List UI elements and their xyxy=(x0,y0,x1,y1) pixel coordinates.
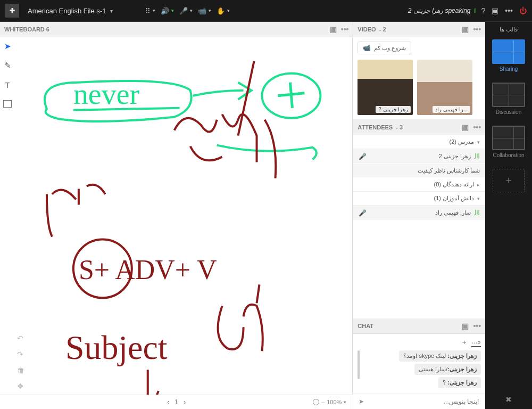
attendees-list: ▾مدرس (2) 川زهرا جزینی 2🎤 شما کارشناس ناظ… xyxy=(353,135,485,220)
video-label-2: ...را فهیمی راد xyxy=(433,106,470,113)
video-label-1: زهرا جزینی 2 xyxy=(376,106,411,113)
layout-label: Sharing xyxy=(500,66,518,72)
layout-discussion[interactable] xyxy=(492,83,525,107)
whiteboard-title: WHITEBOARD 6 xyxy=(4,26,49,32)
help-icon[interactable]: ? xyxy=(481,6,485,15)
svg-text:never: never xyxy=(73,77,140,110)
fullscreen-icon[interactable]: ▣ xyxy=(492,6,498,15)
svg-text:S+ ADV+ V: S+ ADV+ V xyxy=(79,255,217,285)
speaking-status: زهرا جزینی 2 speaking xyxy=(408,7,471,14)
video-max-icon[interactable]: ▣ xyxy=(462,25,469,34)
layout-label: Discussion xyxy=(496,109,521,115)
video-count: - 2 xyxy=(379,26,386,32)
undo-icon[interactable]: ↶ xyxy=(17,334,24,342)
chat-add-tab[interactable]: + xyxy=(462,338,467,346)
chat-more-icon[interactable]: ••• xyxy=(473,322,481,330)
raise-hand-button[interactable]: ✋▾ xyxy=(217,7,230,15)
redo-icon[interactable]: ↷ xyxy=(17,350,24,358)
chat-max-icon[interactable]: ▣ xyxy=(462,322,469,330)
hosts-group[interactable]: ▾مدرس (2) xyxy=(353,135,485,149)
tools-icon[interactable]: ✖ xyxy=(505,395,512,404)
attendees-max-icon[interactable]: ▣ xyxy=(462,123,469,132)
participants-group[interactable]: ▾دانش آموزان (1) xyxy=(353,192,485,206)
chat-input[interactable] xyxy=(369,397,480,406)
mic-button[interactable]: 🎤▾ xyxy=(179,7,193,15)
layout-label: Collaboration xyxy=(493,152,525,158)
send-icon[interactable]: ➤ xyxy=(359,398,364,405)
chevron-down-icon[interactable]: ▾ xyxy=(110,8,113,14)
video-more-icon[interactable]: ••• xyxy=(473,25,481,34)
layouts-sidebar: قالب ها Sharing Discussion Collaboration… xyxy=(485,22,532,409)
chat-message: زهرا جزینی: ؟ xyxy=(438,377,481,388)
attendees-count: - 3 xyxy=(396,124,403,130)
next-page-icon[interactable]: › xyxy=(184,398,186,406)
add-layout-button[interactable]: + xyxy=(493,169,525,192)
pen-tool[interactable]: ✎ xyxy=(3,61,12,70)
attendees-title: ATTENDEES xyxy=(358,124,393,130)
video-tile-2[interactable]: ...را فهیمی راد xyxy=(417,60,472,115)
mic-icon: 🎤 xyxy=(359,153,367,160)
chat-message: زهرا جزینی:/سارا هستی xyxy=(414,364,481,375)
attendees-header: ATTENDEES - 3 ▣ ••• xyxy=(353,120,485,135)
attendee-item[interactable]: شما کارشناس ناظر کیفیت xyxy=(353,164,485,178)
trash-icon[interactable]: 🗑 xyxy=(17,366,24,374)
layout-collaboration[interactable] xyxy=(492,126,525,150)
attendee-item[interactable]: 川سارا فهیمی راد🎤 xyxy=(353,206,485,220)
pod-more-icon[interactable]: ••• xyxy=(341,25,349,34)
grid-menu-button[interactable]: ⠿▾ xyxy=(145,7,155,15)
zoom-color-icon[interactable] xyxy=(313,399,319,405)
speaker-button[interactable]: 🔊▾ xyxy=(161,7,174,15)
presenters-group[interactable]: ▸ارائه دهندگان (0) xyxy=(353,178,485,192)
maximize-icon[interactable]: ▣ xyxy=(330,25,337,34)
video-tile-1[interactable]: زهرا جزینی 2 xyxy=(358,60,413,115)
end-meeting-icon[interactable]: ⏻ xyxy=(519,6,527,15)
chat-tab-everyone[interactable]: ه... xyxy=(471,337,481,347)
text-tool[interactable]: T xyxy=(3,80,12,89)
whiteboard-header: WHITEBOARD 6 ▣ ••• xyxy=(0,22,353,37)
app-logo[interactable]: ✚ xyxy=(5,4,19,18)
camera-icon: 📹 xyxy=(363,44,371,52)
attendee-item[interactable]: 川زهرا جزینی 2🎤 xyxy=(353,149,485,164)
chat-message: زهرا جزینی: لینک skype اومد؟ xyxy=(399,350,481,362)
mic-icon: 🎤 xyxy=(359,209,367,217)
shape-tool[interactable] xyxy=(3,99,12,109)
whiteboard-canvas[interactable]: never xyxy=(15,37,353,395)
page-number: 1 xyxy=(174,398,178,406)
more-icon[interactable]: ••• xyxy=(505,6,513,15)
prev-page-icon[interactable]: ‹ xyxy=(167,398,169,406)
signal-icon: ıl xyxy=(473,7,475,14)
layers-icon[interactable]: ❖ xyxy=(17,382,24,390)
chat-scrollbar[interactable] xyxy=(358,350,360,379)
whiteboard-toolbar: ➤ ✎ T xyxy=(0,37,15,395)
whiteboard-footer: ‹ 1 › – 100% ▾ xyxy=(0,395,353,409)
layouts-title: قالب ها xyxy=(500,26,518,33)
svg-text:Subject: Subject xyxy=(65,329,168,366)
chat-title: CHAT xyxy=(358,323,373,329)
whiteboard-pod: WHITEBOARD 6 ▣ ••• ➤ ✎ T never xyxy=(0,22,353,409)
pointer-tool[interactable]: ➤ xyxy=(3,42,12,51)
start-webcam-button[interactable]: شروع وب کم 📹 xyxy=(358,42,411,54)
room-title[interactable]: American English File s-1 xyxy=(28,7,106,15)
top-bar: ✚ American English File s-1 ▾ ⠿▾ 🔊▾ 🎤▾ 📹… xyxy=(0,0,532,21)
camera-button[interactable]: 📹▾ xyxy=(198,7,211,15)
attendees-more-icon[interactable]: ••• xyxy=(473,123,481,132)
zoom-level: 100% xyxy=(327,399,342,405)
video-header: VIDEO - 2 ▣ ••• xyxy=(353,22,485,37)
layout-sharing[interactable] xyxy=(492,39,525,64)
chat-header: CHAT ▣ ••• xyxy=(353,318,485,334)
video-title: VIDEO xyxy=(358,26,376,32)
